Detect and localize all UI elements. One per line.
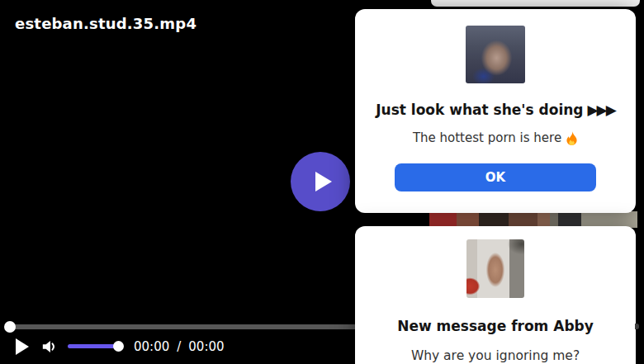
video-title: esteban.stud.35.mp4 [15,15,197,32]
scrollbar-thumb [635,324,639,329]
popup-message-card[interactable]: New message from Abby Why are you ignori… [355,226,636,364]
popup-thumbnail [466,239,524,298]
speaker-icon [40,338,59,355]
popup-heading: Just look what she's doing▶▶▶ [355,101,636,119]
fire-icon [566,131,578,145]
popup-message: Why are you ignoring me? [355,348,636,363]
volume-slider[interactable] [68,344,119,348]
popup-heading: New message from Abby [355,317,636,335]
duration: 00:00 [188,339,224,354]
background-ad-image-strip [429,211,637,228]
video-player-page: esteban.stud.35.mp4 00:00 / 00:00 Just l… [0,0,644,364]
progress-knob[interactable] [4,321,16,333]
big-play-button[interactable] [291,152,350,211]
current-time: 00:00 [134,339,169,354]
popup-ad-card[interactable]: Just look what she's doing▶▶▶ The hottes… [355,9,636,213]
ok-button[interactable]: OK [395,163,596,191]
time-separator: / [177,339,181,354]
volume-knob[interactable] [113,341,124,352]
popup-message: The hottest porn is here [355,130,636,145]
time-display: 00:00 / 00:00 [134,339,225,354]
collapsed-popup-edge [431,0,640,7]
popup-thumbnail [466,26,525,83]
arrows-icon: ▶▶▶ [588,102,615,118]
mute-button[interactable] [40,338,59,355]
play-button[interactable] [16,338,31,355]
play-icon [315,172,332,191]
